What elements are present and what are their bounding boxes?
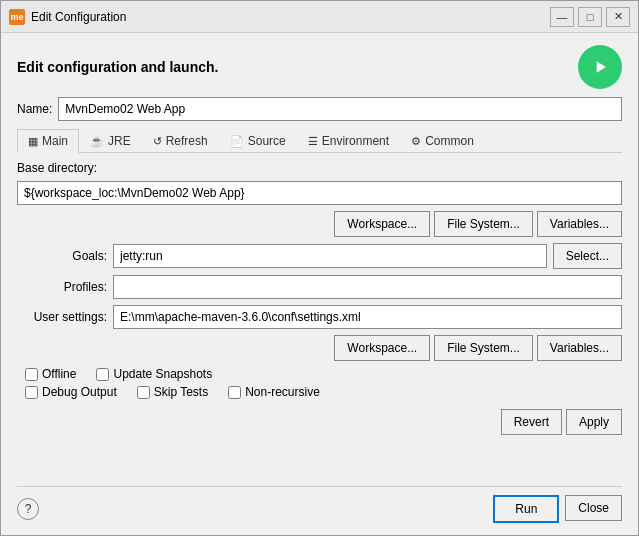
user-settings-row: User settings: — [17, 305, 622, 329]
title-bar: me Edit Configuration — □ ✕ — [1, 1, 638, 33]
go-button[interactable] — [578, 45, 622, 89]
revert-apply-row: Revert Apply — [17, 409, 622, 435]
help-button[interactable]: ? — [17, 498, 39, 520]
update-snapshots-checkbox-label[interactable]: Update Snapshots — [96, 367, 212, 381]
main-window: me Edit Configuration — □ ✕ Edit configu… — [0, 0, 639, 536]
close-button[interactable]: Close — [565, 495, 622, 521]
skip-tests-checkbox-label[interactable]: Skip Tests — [137, 385, 208, 399]
debug-output-checkbox-label[interactable]: Debug Output — [25, 385, 117, 399]
skip-tests-checkbox[interactable] — [137, 386, 150, 399]
user-settings-buttons: Workspace... File System... Variables... — [17, 335, 622, 361]
close-window-button[interactable]: ✕ — [606, 7, 630, 27]
name-row: Name: — [17, 97, 622, 121]
debug-output-label: Debug Output — [42, 385, 117, 399]
tab-refresh[interactable]: ↺ Refresh — [142, 129, 219, 152]
profiles-label: Profiles: — [17, 280, 107, 294]
workspace-button-2[interactable]: Workspace... — [334, 335, 430, 361]
bottom-right-buttons: Run Close — [493, 495, 622, 523]
file-system-button-2[interactable]: File System... — [434, 335, 533, 361]
tab-main-label: Main — [42, 134, 68, 148]
base-dir-label: Base directory: — [17, 161, 622, 175]
variables-button-2[interactable]: Variables... — [537, 335, 622, 361]
tab-main[interactable]: ▦ Main — [17, 129, 79, 153]
common-tab-icon: ⚙ — [411, 135, 421, 148]
update-snapshots-label: Update Snapshots — [113, 367, 212, 381]
goals-label: Goals: — [17, 249, 107, 263]
app-icon: me — [9, 9, 25, 25]
goals-row: Goals: Select... — [17, 243, 622, 269]
select-button[interactable]: Select... — [553, 243, 622, 269]
profiles-row: Profiles: — [17, 275, 622, 299]
revert-button[interactable]: Revert — [501, 409, 562, 435]
svg-marker-0 — [597, 61, 606, 73]
tab-common[interactable]: ⚙ Common — [400, 129, 485, 152]
form-section: Base directory: Workspace... File System… — [17, 161, 622, 474]
maximize-button[interactable]: □ — [578, 7, 602, 27]
minimize-button[interactable]: — — [550, 7, 574, 27]
window-controls: — □ ✕ — [550, 7, 630, 27]
title-bar-left: me Edit Configuration — [9, 9, 126, 25]
skip-tests-label: Skip Tests — [154, 385, 208, 399]
name-input[interactable] — [58, 97, 622, 121]
update-snapshots-checkbox[interactable] — [96, 368, 109, 381]
non-recursive-checkbox[interactable] — [228, 386, 241, 399]
tab-environment[interactable]: ☰ Environment — [297, 129, 400, 152]
tab-jre-label: JRE — [108, 134, 131, 148]
offline-checkbox-label[interactable]: Offline — [25, 367, 76, 381]
offline-label: Offline — [42, 367, 76, 381]
main-tab-icon: ▦ — [28, 135, 38, 148]
tabs-bar: ▦ Main ☕ JRE ↺ Refresh 📄 Source ☰ Enviro… — [17, 129, 622, 153]
base-directory-input[interactable] — [17, 181, 622, 205]
header-row: Edit configuration and launch. — [17, 45, 622, 89]
debug-output-checkbox[interactable] — [25, 386, 38, 399]
checkbox-row-2: Debug Output Skip Tests Non-recursive — [25, 385, 622, 399]
file-system-button-1[interactable]: File System... — [434, 211, 533, 237]
user-settings-label: User settings: — [17, 310, 107, 324]
run-button[interactable]: Run — [493, 495, 559, 523]
base-dir-buttons: Workspace... File System... Variables... — [17, 211, 622, 237]
checkbox-row-1: Offline Update Snapshots — [25, 367, 622, 381]
name-label: Name: — [17, 102, 52, 116]
tab-common-label: Common — [425, 134, 474, 148]
tab-source[interactable]: 📄 Source — [219, 129, 297, 152]
bottom-actions: ? Run Close — [17, 486, 622, 523]
env-tab-icon: ☰ — [308, 135, 318, 148]
window-title: Edit Configuration — [31, 10, 126, 24]
tab-environment-label: Environment — [322, 134, 389, 148]
refresh-tab-icon: ↺ — [153, 135, 162, 148]
profiles-input[interactable] — [113, 275, 622, 299]
dialog-title: Edit configuration and launch. — [17, 59, 218, 75]
source-tab-icon: 📄 — [230, 135, 244, 148]
variables-button-1[interactable]: Variables... — [537, 211, 622, 237]
goals-input[interactable] — [113, 244, 547, 268]
dialog-content: Edit configuration and launch. Name: ▦ M… — [1, 33, 638, 535]
tab-jre[interactable]: ☕ JRE — [79, 129, 142, 152]
workspace-button-1[interactable]: Workspace... — [334, 211, 430, 237]
go-arrow-icon — [590, 57, 610, 77]
tab-source-label: Source — [248, 134, 286, 148]
checkbox-group: Offline Update Snapshots Debug Output Sk… — [25, 367, 622, 399]
tab-refresh-label: Refresh — [166, 134, 208, 148]
non-recursive-checkbox-label[interactable]: Non-recursive — [228, 385, 320, 399]
user-settings-input[interactable] — [113, 305, 622, 329]
apply-button[interactable]: Apply — [566, 409, 622, 435]
non-recursive-label: Non-recursive — [245, 385, 320, 399]
offline-checkbox[interactable] — [25, 368, 38, 381]
jre-tab-icon: ☕ — [90, 135, 104, 148]
